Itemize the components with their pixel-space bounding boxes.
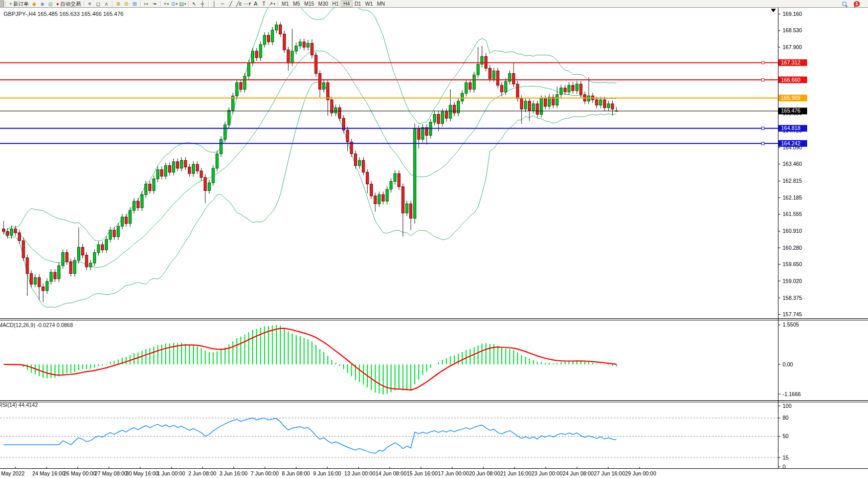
toolbar-separator bbox=[278, 1, 278, 7]
signal-icon[interactable]: ◎ bbox=[47, 1, 55, 7]
vertical-line-icon[interactable]: │ bbox=[210, 1, 218, 7]
add-indicator-icon[interactable]: +▾ bbox=[162, 1, 170, 7]
svg-text:157.745: 157.745 bbox=[783, 311, 802, 317]
dropdown-caret-icon[interactable]: ▾ bbox=[184, 1, 186, 7]
zoom-in-icon: ⊕ bbox=[116, 1, 120, 7]
text-icon[interactable]: A bbox=[252, 1, 260, 7]
autotrading-button[interactable]: ●自动交易 bbox=[55, 1, 82, 7]
dropdown-caret-icon[interactable]: ▾ bbox=[167, 1, 169, 7]
add-indicator-icon: + bbox=[164, 1, 167, 7]
chart-area[interactable]: 169.160168.530167.900167.270166.640166.0… bbox=[0, 7, 868, 478]
toolbar-separator bbox=[140, 1, 141, 7]
macd-axis: 1.55050.00-1.1666 bbox=[778, 321, 801, 397]
rsi-axis: 1008050150 bbox=[778, 403, 792, 470]
price-line-handle bbox=[762, 127, 764, 129]
zoom-out-icon[interactable]: ⊖ bbox=[122, 1, 130, 7]
crosshair-icon[interactable]: ┼ bbox=[198, 1, 207, 7]
svg-text:23 Jun 00:00: 23 Jun 00:00 bbox=[531, 470, 563, 476]
svg-text:29 Jun 00:00: 29 Jun 00:00 bbox=[625, 470, 656, 476]
svg-text:26 May 00:00: 26 May 00:00 bbox=[63, 470, 96, 476]
svg-text:9 Jun 16:00: 9 Jun 16:00 bbox=[313, 470, 341, 476]
svg-text:17 Jun 00:00: 17 Jun 00:00 bbox=[438, 470, 469, 476]
fibonacci-icon: ⋯ꜰ bbox=[243, 1, 251, 7]
navigator-person-icon: ☻ bbox=[40, 1, 46, 7]
equidistant-channel-icon[interactable]: ╱ᴇ bbox=[235, 1, 243, 7]
notification-badge[interactable]: 1 bbox=[854, 1, 860, 7]
price-lines[interactable] bbox=[0, 61, 778, 145]
auto-scroll-icon[interactable]: ↠ bbox=[150, 1, 159, 7]
auto-scroll-icon: ↠ bbox=[152, 1, 157, 7]
bar-chart-icon[interactable]: ≡ bbox=[86, 1, 94, 7]
timeframe-button-d1[interactable]: D1 bbox=[352, 1, 363, 7]
dropdown-caret-icon[interactable]: ▾ bbox=[176, 1, 178, 7]
svg-text:166.660: 166.660 bbox=[781, 77, 800, 83]
template-icon[interactable]: ▤▾ bbox=[179, 1, 187, 7]
timeframe-button-h4[interactable]: H4 bbox=[341, 1, 352, 7]
timeframe-button-m5[interactable]: M5 bbox=[291, 1, 302, 7]
period-clock-icon: ⊙ bbox=[171, 1, 175, 7]
timeframe-button-w1[interactable]: W1 bbox=[363, 1, 375, 7]
new-order-button[interactable]: +新订单 bbox=[8, 1, 30, 7]
zoom-in-icon[interactable]: ⊕ bbox=[114, 1, 122, 7]
cursor-icon[interactable]: ↖ bbox=[190, 1, 198, 7]
timeframe-button-mn[interactable]: MN bbox=[375, 1, 387, 7]
new-order-button-label: 新订单 bbox=[13, 1, 29, 7]
new-order-button: + bbox=[9, 1, 12, 7]
panel-frame bbox=[0, 7, 868, 469]
svg-text:0: 0 bbox=[783, 464, 786, 470]
horizontal-line-icon: ─ bbox=[220, 1, 224, 7]
toolbar-separator bbox=[188, 1, 189, 7]
svg-text:80: 80 bbox=[783, 415, 789, 421]
trendline-icon: ╱ bbox=[229, 1, 232, 7]
main-toolbar: +新订单◆☻◎●自动交易≡◻∧⊕⊖⊞↦↠+▾⊙▾▤▾↖┼│─╱╱ᴇ⋯ꜰAT↗▾M… bbox=[0, 0, 868, 8]
text-label-icon[interactable]: T bbox=[260, 1, 268, 7]
line-chart-icon: ∧ bbox=[104, 1, 108, 7]
timeframe-button-m1[interactable]: M1 bbox=[280, 1, 291, 7]
svg-text:160.910: 160.910 bbox=[783, 228, 802, 234]
arrow-tools-icon: ↗ bbox=[269, 1, 273, 7]
rsi-line bbox=[4, 418, 616, 453]
chart-shift-icon[interactable]: ↦ bbox=[142, 1, 150, 7]
svg-text:May 2022: May 2022 bbox=[1, 470, 25, 476]
diamond-icon[interactable]: ◆ bbox=[30, 1, 38, 7]
svg-text:3 Jun 16:00: 3 Jun 16:00 bbox=[219, 470, 248, 476]
line-chart-icon[interactable]: ∧ bbox=[102, 1, 110, 7]
svg-text:162.185: 162.185 bbox=[783, 194, 802, 201]
timeframe-button-m30[interactable]: M30 bbox=[316, 1, 330, 7]
period-clock-icon[interactable]: ⊙▾ bbox=[170, 1, 179, 7]
zoom-out-icon: ⊖ bbox=[124, 1, 128, 7]
toolbar-separator bbox=[84, 1, 84, 7]
autotrading-button-label: 自动交易 bbox=[60, 1, 81, 7]
svg-text:15: 15 bbox=[783, 454, 789, 461]
svg-text:13 Jun 00:00: 13 Jun 00:00 bbox=[344, 470, 375, 476]
svg-text:167.900: 167.900 bbox=[783, 44, 802, 50]
template-icon: ▤ bbox=[179, 1, 184, 7]
svg-text:100: 100 bbox=[783, 403, 792, 409]
svg-text:164.242: 164.242 bbox=[781, 140, 800, 146]
svg-text:159.020: 159.020 bbox=[783, 278, 802, 284]
svg-text:8 Jun 08:00: 8 Jun 08:00 bbox=[282, 470, 310, 476]
bar-chart-icon: ≡ bbox=[86, 2, 93, 5]
arrow-tools-icon[interactable]: ↗▾ bbox=[268, 1, 276, 7]
svg-text:158.375: 158.375 bbox=[783, 295, 802, 301]
navigator-person-icon[interactable]: ☻ bbox=[38, 1, 47, 7]
timeframe-button-h1[interactable]: H1 bbox=[330, 1, 341, 7]
timeframe-button-m15[interactable]: M15 bbox=[302, 1, 316, 7]
svg-text:162.815: 162.815 bbox=[783, 178, 802, 184]
search-icon[interactable] bbox=[842, 2, 847, 6]
fibonacci-icon[interactable]: ⋯ꜰ bbox=[243, 1, 252, 7]
horizontal-line-icon[interactable]: ─ bbox=[218, 1, 227, 7]
candle-series bbox=[3, 21, 618, 302]
toolbar-separator bbox=[6, 1, 6, 7]
svg-text:24 Jun 08:00: 24 Jun 08:00 bbox=[563, 470, 594, 476]
toolbar-separator bbox=[160, 1, 161, 7]
candlestick-chart-icon[interactable]: ◻ bbox=[94, 1, 102, 7]
tile-windows-icon[interactable]: ⊞ bbox=[130, 1, 139, 7]
svg-text:50: 50 bbox=[783, 433, 789, 439]
vertical-line-icon: │ bbox=[213, 1, 216, 7]
clipped-chart-icon[interactable] bbox=[0, 1, 4, 7]
trendline-icon[interactable]: ╱ bbox=[227, 1, 235, 7]
dropdown-caret-icon[interactable]: ▾ bbox=[274, 1, 276, 7]
diamond-icon: ◆ bbox=[32, 1, 36, 7]
svg-text:7 Jun 00:00: 7 Jun 00:00 bbox=[251, 470, 279, 476]
